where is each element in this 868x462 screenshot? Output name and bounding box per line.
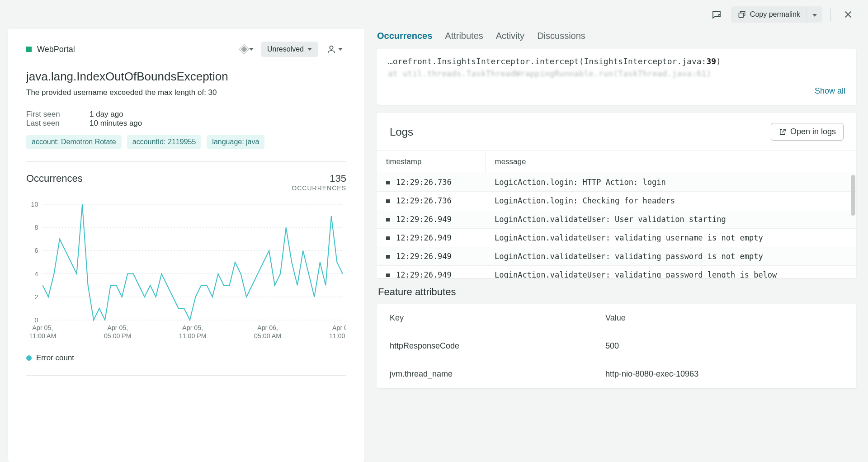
chevron-down-icon — [249, 48, 254, 51]
app-name[interactable]: WebPortal — [37, 45, 75, 54]
log-row[interactable]: 12:29:26.949LoginAction.validateUser: va… — [377, 229, 856, 247]
close-icon[interactable] — [839, 5, 857, 24]
feature-attributes-card: Key Value httpResponseCode500jvm.thread_… — [377, 304, 856, 388]
priority-dropdown[interactable] — [238, 44, 256, 54]
show-all-link-wrap: Show all — [388, 86, 845, 96]
tab-discussions[interactable]: Discussions — [537, 31, 585, 44]
feat-col-key: Key — [377, 304, 593, 332]
svg-text:Apr 05,: Apr 05, — [33, 324, 53, 331]
tag-accountid[interactable]: accountId: 2119955 — [127, 135, 202, 149]
logs-col-message: message — [486, 151, 856, 173]
scrollbar-thumb[interactable] — [851, 175, 855, 216]
logs-body-scroll[interactable]: 12:29:26.736LogicAction.login: HTTP Acti… — [377, 173, 856, 278]
comment-icon[interactable] — [708, 5, 726, 24]
feat-col-value: Value — [593, 304, 856, 332]
log-timestamp: 12:29:26.736 — [377, 192, 486, 210]
chart-legend: Error count — [26, 354, 346, 363]
person-icon — [326, 44, 336, 54]
svg-text:8: 8 — [34, 224, 38, 231]
stack-trace-line: …orefront.InsightsInterceptor.intercept(… — [388, 57, 845, 66]
top-bar: Copy permalink — [0, 0, 868, 29]
svg-text:11:00 AM: 11:00 AM — [29, 332, 57, 339]
svg-point-1 — [330, 46, 333, 49]
log-row[interactable]: 12:29:26.949LoginAction.validateUser: va… — [377, 247, 856, 266]
external-link-icon — [778, 128, 787, 136]
copy-permalink-label: Copy permalink — [750, 10, 800, 19]
log-timestamp: 12:29:26.949 — [377, 266, 486, 278]
tag-language[interactable]: language: java — [207, 135, 264, 149]
svg-text:Apr 05,: Apr 05, — [182, 324, 203, 331]
occurrences-title: Occurrences — [26, 173, 83, 184]
open-in-logs-label: Open in logs — [790, 127, 836, 137]
log-row[interactable]: 12:29:26.736LogicAction.login: HTTP Acti… — [377, 173, 856, 192]
log-row[interactable]: 12:29:26.949LoginAction.validateUser: va… — [377, 266, 856, 278]
error-summary-panel: WebPortal Unresolved java.lang.IndexOutO… — [8, 29, 364, 462]
row-status-icon — [386, 218, 390, 222]
legend-label: Error count — [36, 354, 74, 363]
svg-text:05:00 AM: 05:00 AM — [254, 332, 281, 339]
svg-text:0: 0 — [34, 316, 38, 324]
log-message: LogicAction.login: HTTP Action: login — [486, 173, 856, 192]
log-message: LoginAction.validateUser: validating use… — [486, 229, 856, 247]
status-dropdown[interactable]: Unresolved — [261, 42, 318, 57]
svg-text:10: 10 — [31, 201, 38, 208]
diamond-icon — [240, 45, 249, 54]
svg-text:6: 6 — [34, 247, 38, 254]
row-status-icon — [386, 255, 390, 259]
log-message: LoginAction.validateUser: validating pas… — [486, 266, 856, 278]
last-seen-value: 10 minutes ago — [90, 119, 142, 128]
row-status-icon — [386, 181, 390, 184]
tab-attributes[interactable]: Attributes — [445, 31, 483, 44]
divider — [26, 161, 346, 162]
detail-tabs: Occurrences Attributes Activity Discussi… — [377, 29, 860, 49]
logs-col-timestamp: timestamp — [377, 151, 486, 173]
svg-text:Apr 06,: Apr 06, — [257, 324, 278, 331]
logs-table: timestamp message — [377, 151, 856, 173]
occurrences-count-label: OCCURRENCES — [292, 184, 346, 192]
show-all-link[interactable]: Show all — [815, 86, 845, 95]
last-seen-label: Last seen — [26, 119, 90, 128]
chevron-down-icon — [338, 48, 343, 51]
chevron-down-icon — [812, 14, 817, 17]
feature-value: http-nio-8080-exec-10963 — [593, 360, 856, 388]
error-subtitle: The provided username exceeded the max l… — [26, 88, 346, 97]
row-status-icon — [386, 273, 390, 277]
svg-text:11:00 PM: 11:00 PM — [179, 332, 207, 339]
svg-text:Apr 05,: Apr 05, — [107, 324, 128, 331]
tab-activity[interactable]: Activity — [496, 31, 524, 44]
row-status-icon — [386, 199, 390, 203]
svg-rect-0 — [739, 13, 743, 18]
log-timestamp: 12:29:26.736 — [377, 173, 486, 192]
seen-block: First seen 1 day ago Last seen 10 minute… — [26, 110, 346, 128]
copy-permalink-button[interactable]: Copy permalink — [731, 6, 807, 23]
occurrences-header: Occurrences 135 OCCURRENCES — [26, 173, 346, 192]
occurrences-chart: 0246810Apr 05,11:00 AMApr 05,05:00 PMApr… — [26, 200, 346, 344]
log-timestamp: 12:29:26.949 — [377, 229, 486, 247]
copy-permalink-caret[interactable] — [807, 7, 822, 22]
first-seen-label: First seen — [26, 110, 90, 119]
feature-key: jvm.thread_name — [377, 360, 593, 388]
tag-account[interactable]: account: Demotron Rotate — [26, 135, 122, 149]
status-label: Unresolved — [267, 45, 304, 53]
chevron-down-icon — [307, 48, 312, 51]
divider — [26, 375, 346, 376]
legend-dot-icon — [26, 355, 32, 361]
row-status-icon — [386, 236, 390, 240]
log-row[interactable]: 12:29:26.949LoginAction.validateUser: Us… — [377, 210, 856, 229]
stack-trace-blurred: at util.threads.TaskThreadWrappingRunnab… — [388, 69, 845, 78]
log-message: LoginAction.validateUser: validating pas… — [486, 247, 856, 266]
log-row[interactable]: 12:29:26.736LoginAction.login: Checking … — [377, 192, 856, 210]
feature-key: httpResponseCode — [377, 332, 593, 360]
open-in-logs-button[interactable]: Open in logs — [771, 123, 844, 141]
feature-attributes-section: Feature attributes Key Value httpRespons… — [377, 286, 856, 388]
app-header-row: WebPortal Unresolved — [26, 42, 346, 57]
app-status-icon — [26, 47, 32, 52]
assignee-dropdown[interactable] — [323, 42, 346, 57]
log-message: LoginAction.login: Checking for headers — [486, 192, 856, 210]
feature-attributes-title: Feature attributes — [377, 286, 856, 304]
feature-row: httpResponseCode500 — [377, 332, 856, 360]
tab-occurrences[interactable]: Occurrences — [377, 31, 432, 44]
feature-value: 500 — [593, 332, 856, 360]
log-timestamp: 12:29:26.949 — [377, 247, 486, 266]
svg-text:4: 4 — [34, 270, 38, 278]
